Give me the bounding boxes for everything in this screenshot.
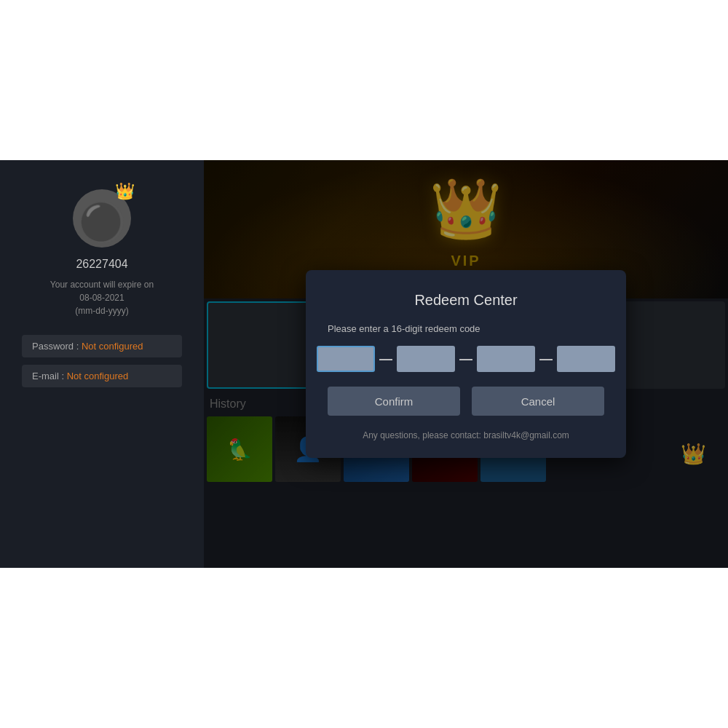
bottom-white-space	[0, 568, 728, 728]
code-input-1[interactable]	[317, 346, 375, 372]
redeem-modal: Redeem Center Please enter a 16-digit re…	[306, 270, 626, 458]
code-input-4[interactable]	[557, 346, 615, 372]
confirm-button[interactable]: Confirm	[328, 387, 460, 416]
user-id: 26227404	[76, 258, 127, 271]
redeem-instruction: Please enter a 16-digit redeem code	[328, 323, 604, 334]
expiry-format: (mm-dd-yyyy)	[75, 306, 128, 316]
code-input-2[interactable]	[397, 346, 455, 372]
modal-buttons: Confirm Cancel	[328, 387, 604, 416]
separator-3: —	[539, 352, 553, 367]
content-area: 👑 VIP 👑 Center ⋯ More History 🦜 👤	[204, 160, 728, 568]
sidebar: ⚫ 👑 26227404 Your account will expire on…	[0, 160, 204, 568]
password-row: Password : Not configured	[22, 335, 182, 357]
separator-1: —	[379, 352, 392, 367]
code-inputs: — — —	[328, 346, 604, 372]
modal-overlay: Redeem Center Please enter a 16-digit re…	[204, 160, 728, 568]
contact-text: Any questions, please contact: brasiltv4…	[328, 430, 604, 440]
password-value: Not configured	[82, 341, 143, 352]
cancel-button[interactable]: Cancel	[472, 387, 604, 416]
expiry-text: Your account will expire on 08-08-2021 (…	[50, 278, 154, 317]
modal-title: Redeem Center	[328, 292, 604, 309]
avatar-container: ⚫ 👑	[73, 189, 131, 248]
expiry-date: 08-08-2021	[79, 293, 124, 303]
main-area: ⚫ 👑 26227404 Your account will expire on…	[0, 160, 728, 568]
separator-2: —	[459, 352, 472, 367]
email-value: Not configured	[67, 371, 129, 381]
email-label: E-mail :	[32, 371, 64, 381]
password-label: Password :	[32, 341, 79, 352]
crown-badge-icon: 👑	[115, 182, 135, 201]
email-row: E-mail : Not configured	[22, 365, 182, 387]
expiry-line1: Your account will expire on	[50, 280, 154, 290]
avatar-person-icon: ⚫	[79, 203, 126, 241]
code-input-3[interactable]	[477, 346, 535, 372]
top-white-space	[0, 0, 728, 160]
